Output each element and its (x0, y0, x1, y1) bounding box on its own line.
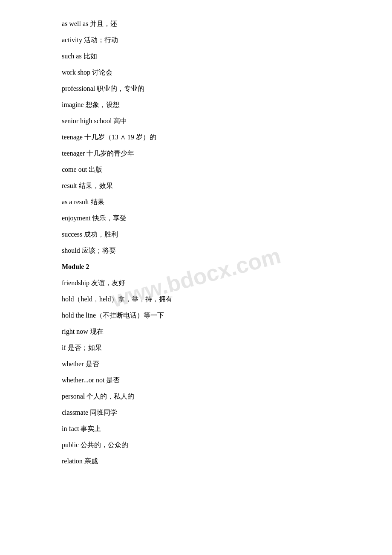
vocab-item-as-a-result: as a result 结果 (62, 195, 330, 209)
vocab-item-hold-the-line: hold the line（不挂断电话）等一下 (62, 309, 330, 322)
vocab-item-whether-or-not: whether...or not 是否 (62, 373, 330, 387)
vocab-item-come-out: come out 出版 (62, 163, 330, 176)
vocab-item-success: success 成功，胜利 (62, 228, 330, 241)
vocab-item-should: should 应该；将要 (62, 244, 330, 257)
vocab-item-personal: personal 个人的，私人的 (62, 390, 330, 403)
vocab-item-activity: activity 活动；行动 (62, 33, 330, 47)
vocab-item-senior-high-school: senior high school 高中 (62, 114, 330, 128)
vocab-item-whether: whether 是否 (62, 357, 330, 371)
vocab-item-right-now: right now 现在 (62, 325, 330, 338)
vocab-list-module1: as well as 并且，还activity 活动；行动such as 比如w… (62, 17, 330, 257)
module2-heading: Module 2 (62, 260, 330, 274)
vocab-item-work-shop: work shop 讨论会 (62, 66, 330, 79)
vocab-list-module2: friendship 友谊，友好hold（held，held）拿，举，持，拥有h… (62, 276, 330, 468)
vocab-item-relation: relation 亲戚 (62, 454, 330, 468)
vocab-item-hold: hold（held，held）拿，举，持，拥有 (62, 292, 330, 306)
vocab-item-public: public 公共的，公众的 (62, 438, 330, 452)
vocab-item-teenager: teenager 十几岁的青少年 (62, 147, 330, 160)
vocab-item-such-as: such as 比如 (62, 49, 330, 63)
vocab-item-if: if 是否；如果 (62, 341, 330, 355)
vocab-item-classmate: classmate 同班同学 (62, 406, 330, 419)
vocab-item-enjoyment: enjoyment 快乐，享受 (62, 211, 330, 225)
vocab-item-professional: professional 职业的，专业的 (62, 82, 330, 95)
vocab-item-as-well-as: as well as 并且，还 (62, 17, 330, 31)
vocab-item-teenage: teenage 十几岁（13 ∧ 19 岁）的 (62, 130, 330, 144)
vocab-item-result: result 结果，效果 (62, 179, 330, 193)
vocab-item-in-fact: in fact 事实上 (62, 422, 330, 436)
vocab-item-imagine: imagine 想象，设想 (62, 98, 330, 112)
vocab-item-friendship: friendship 友谊，友好 (62, 276, 330, 290)
